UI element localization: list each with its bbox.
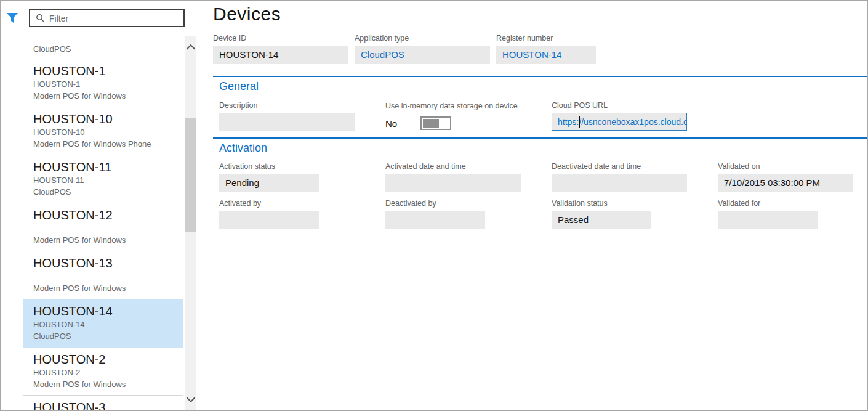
application-type-link[interactable]: CloudPOS [355,46,490,64]
toggle-state-label: No [385,118,420,129]
filter-funnel-icon[interactable] [6,12,18,23]
field-validated-on: Validated on 7/10/2015 03:30:00 PM [718,162,853,192]
description-input[interactable] [219,113,355,131]
device-list: CloudPOS HOUSTON-1 HOUSTON-1 Modern POS … [23,36,183,411]
text-cursor [579,116,580,128]
device-app-type: CloudPOS [33,330,183,342]
device-name: HOUSTON-14 [33,319,183,330]
device-list-item-selected[interactable]: HOUSTON-14 HOUSTON-14 CloudPOS [23,299,183,348]
field-label: Validation status [552,199,651,209]
page-title: Devices [213,4,281,25]
cloud-pos-url-input[interactable]: https://usnconeboxax1pos.cloud.c [552,113,687,131]
field-activated-by: Activated by [219,199,319,229]
filter-input[interactable] [48,10,182,26]
field-validation-status: Validation status Passed [552,199,651,229]
activated-by-input[interactable] [219,211,319,229]
field-validated-for: Validated for [718,199,818,229]
section-divider [213,137,867,139]
device-list-item[interactable]: HOUSTON-13 Modern POS for Windows [23,251,183,299]
device-list-item[interactable]: HOUSTON-10 HOUSTON-10 Modern POS for Win… [23,107,183,155]
toggle-knob [423,119,439,128]
field-label: Deactivated date and time [552,162,687,172]
search-icon [36,14,45,25]
device-name: HOUSTON-1 [33,78,183,90]
device-name [33,271,183,282]
register-number-link[interactable]: HOUSTON-14 [496,46,596,64]
device-title: HOUSTON-3 [33,400,183,411]
field-label: Application type [355,34,490,44]
section-divider [213,76,867,77]
deactivated-by-input[interactable] [385,211,485,229]
field-label: Description [219,101,355,111]
device-name: HOUSTON-10 [33,126,183,138]
sidebar-scrollbar[interactable] [185,36,196,411]
activated-datetime-input[interactable] [385,174,521,192]
field-label: Deactivated by [385,199,485,209]
field-label: Activated date and time [385,162,521,172]
device-title: HOUSTON-14 [33,304,183,319]
deactivated-datetime-input[interactable] [552,174,687,192]
device-title: HOUSTON-2 [33,352,183,367]
field-label: Validated for [718,199,818,209]
device-detail-panel: Devices Device ID HOUSTON-14 Application… [213,1,867,411]
chevron-down-icon [187,394,195,402]
field-label: Register number [496,34,596,44]
device-title: HOUSTON-13 [33,256,183,271]
device-name: HOUSTON-11 [33,174,183,186]
field-label: Device ID [213,34,348,44]
device-list-item[interactable]: HOUSTON-12 Modern POS for Windows [23,203,183,251]
field-activated-datetime: Activated date and time [385,162,521,192]
device-app-type: Modern POS for Windows Phone [33,138,183,150]
device-list-item[interactable]: HOUSTON-3 [23,396,183,411]
device-id-input[interactable]: HOUSTON-14 [213,46,348,64]
device-app-type: Modern POS for Windows [33,90,183,102]
field-device-id: Device ID HOUSTON-14 [213,34,348,64]
validated-for-input[interactable] [718,211,818,229]
device-title: HOUSTON-11 [33,160,183,174]
field-label: Activated by [219,199,319,209]
validated-on-input[interactable]: 7/10/2015 03:30:00 PM [718,174,853,192]
field-description: Description [219,101,355,131]
cloud-pos-url-link[interactable]: https://usnconeboxax1pos.cloud.c [558,117,687,127]
field-label: Activation status [219,162,319,172]
validation-status-input[interactable]: Passed [552,211,651,229]
devices-page: CloudPOS HOUSTON-1 HOUSTON-1 Modern POS … [0,0,868,411]
field-deactivated-by: Deactivated by [385,199,485,229]
field-cloud-pos-url: Cloud POS URL https://usnconeboxax1pos.c… [552,101,687,131]
field-application-type: Application type CloudPOS [355,34,490,64]
device-list-item[interactable]: HOUSTON-2 HOUSTON-2 Modern POS for Windo… [23,348,183,396]
device-title: HOUSTON-10 [33,112,183,126]
device-app-type: Modern POS for Windows [33,282,183,294]
device-name [33,222,183,234]
section-header-activation[interactable]: Activation [219,142,267,155]
device-app-type: Modern POS for Windows [33,378,183,390]
device-app-type: Modern POS for Windows [33,234,183,246]
field-activation-status: Activation status Pending [219,162,319,192]
device-list-item[interactable]: HOUSTON-1 HOUSTON-1 Modern POS for Windo… [23,59,183,107]
field-label: Use in-memory data storage on device [385,102,518,112]
filter-field [29,9,185,27]
field-label: Cloud POS URL [552,101,687,111]
field-deactivated-datetime: Deactivated date and time [552,162,687,192]
device-app-type: CloudPOS [33,186,183,198]
device-app-type: CloudPOS [33,44,71,54]
scroll-down-button[interactable] [185,393,196,406]
field-in-memory-storage: Use in-memory data storage on device No [385,102,518,130]
device-title: HOUSTON-12 [33,208,183,222]
device-list-item[interactable]: CloudPOS [23,36,183,59]
field-register-number: Register number HOUSTON-14 [496,34,596,64]
device-name: HOUSTON-2 [33,367,183,378]
device-title: HOUSTON-1 [33,63,183,78]
scroll-up-button[interactable] [185,41,196,54]
field-label: Validated on [718,162,853,172]
section-header-general[interactable]: General [219,80,259,93]
in-memory-storage-toggle[interactable] [420,116,451,130]
scrollbar-thumb[interactable] [185,118,196,232]
chevron-up-icon [187,44,195,53]
activation-status-input[interactable]: Pending [219,174,319,192]
device-list-item[interactable]: HOUSTON-11 HOUSTON-11 CloudPOS [23,155,183,203]
